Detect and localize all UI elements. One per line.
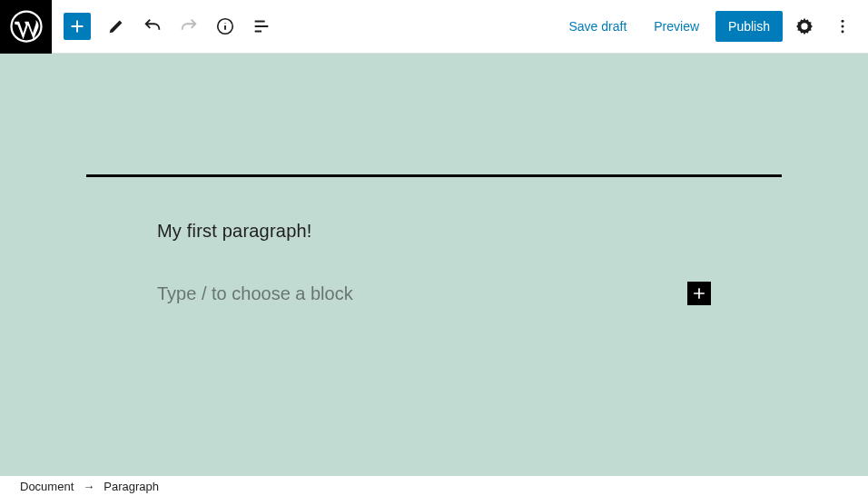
more-button[interactable] [826, 10, 859, 43]
wordpress-logo[interactable] [0, 0, 52, 54]
svg-point-4 [842, 30, 844, 33]
undo-button[interactable] [136, 10, 169, 43]
paragraph-block[interactable]: My first paragraph! [157, 221, 711, 242]
settings-button[interactable] [788, 10, 821, 43]
add-block-button[interactable] [64, 13, 91, 40]
block-breadcrumb: Document → Paragraph [0, 476, 868, 496]
breadcrumb-separator: → [83, 480, 94, 493]
toolbar-right: Save draft Preview Publish [557, 10, 868, 43]
toolbar-left [52, 10, 278, 43]
edit-tool-button[interactable] [100, 10, 133, 43]
redo-icon [179, 16, 199, 36]
publish-button[interactable]: Publish [715, 11, 783, 42]
more-vertical-icon [833, 17, 852, 35]
post-title-input[interactable] [86, 124, 782, 177]
undo-icon [143, 16, 163, 36]
plus-icon [690, 284, 708, 303]
block-placeholder[interactable]: Type / to choose a block [157, 283, 680, 304]
breadcrumb-root[interactable]: Document [20, 480, 74, 493]
pencil-icon [106, 16, 126, 36]
redo-button[interactable] [173, 10, 205, 43]
block-appender-row: Type / to choose a block [157, 282, 711, 305]
gear-icon [794, 16, 814, 36]
editor-canvas[interactable]: My first paragraph! Type / to choose a b… [0, 54, 868, 476]
breadcrumb-current[interactable]: Paragraph [104, 480, 159, 493]
content-column: My first paragraph! Type / to choose a b… [157, 221, 711, 305]
plus-icon [67, 16, 87, 36]
save-draft-button[interactable]: Save draft [557, 12, 637, 41]
editor-header: Save draft Preview Publish [0, 0, 868, 54]
preview-button[interactable]: Preview [643, 12, 710, 41]
info-button[interactable] [209, 10, 242, 43]
wordpress-icon [10, 10, 43, 43]
svg-point-3 [842, 25, 844, 28]
svg-point-2 [842, 20, 844, 23]
outline-button[interactable] [245, 10, 278, 43]
info-icon [215, 16, 235, 36]
list-icon [252, 16, 271, 36]
inline-add-button[interactable] [687, 282, 711, 305]
